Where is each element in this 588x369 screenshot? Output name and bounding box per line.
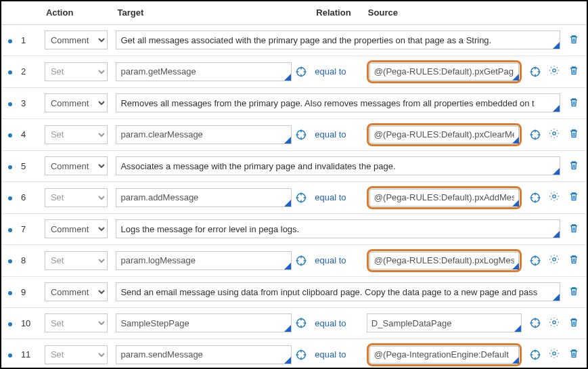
crosshair-icon[interactable]	[530, 129, 541, 140]
table-row: 1Comment	[1, 24, 587, 56]
relation-link[interactable]: equal to	[315, 192, 346, 202]
relation-link[interactable]: equal to	[315, 129, 346, 139]
crosshair-icon[interactable]	[296, 255, 307, 266]
target-input[interactable]	[116, 125, 292, 144]
comment-input[interactable]	[116, 30, 560, 49]
source-input[interactable]	[369, 126, 519, 144]
row-bullet	[8, 228, 12, 232]
comment-input[interactable]	[116, 93, 560, 112]
table-row: 11Set equal to	[1, 339, 587, 369]
delete-icon[interactable]	[568, 317, 579, 328]
source-input[interactable]	[369, 252, 519, 269]
crosshair-icon[interactable]	[530, 255, 541, 266]
row-number: 11	[21, 349, 30, 360]
row-bullet	[8, 259, 12, 263]
relation-link[interactable]: equal to	[315, 349, 346, 360]
table-row: 7Comment	[1, 213, 587, 244]
crosshair-icon[interactable]	[296, 129, 307, 140]
row-number: 9	[21, 287, 26, 297]
row-number: 3	[21, 98, 26, 108]
target-input[interactable]	[116, 251, 292, 270]
delete-icon[interactable]	[568, 34, 579, 45]
gear-icon[interactable]	[549, 254, 560, 265]
action-select[interactable]: Set	[45, 345, 108, 364]
comment-input[interactable]	[116, 282, 560, 301]
gear-icon[interactable]	[549, 128, 560, 139]
action-select[interactable]: Set	[45, 188, 108, 207]
gear-icon[interactable]	[549, 317, 560, 328]
action-select[interactable]: Set	[45, 251, 108, 270]
comment-input[interactable]	[116, 219, 560, 238]
row-number: 4	[21, 129, 26, 139]
row-bullet	[8, 70, 12, 74]
gear-icon[interactable]	[549, 191, 560, 202]
crosshair-icon[interactable]	[530, 349, 541, 360]
action-select[interactable]: Comment	[45, 156, 108, 175]
crosshair-icon[interactable]	[296, 66, 307, 77]
gear-icon[interactable]	[549, 65, 560, 76]
delete-icon[interactable]	[568, 286, 579, 297]
target-input[interactable]	[116, 313, 292, 332]
delete-icon[interactable]	[568, 223, 579, 234]
delete-icon[interactable]	[568, 65, 579, 76]
header-relation: Relation	[311, 1, 363, 24]
target-input[interactable]	[116, 345, 292, 364]
action-select[interactable]: Set	[45, 313, 108, 332]
action-select[interactable]: Set	[45, 62, 108, 81]
row-bullet	[8, 133, 12, 137]
table-row: 10Set equal to	[1, 307, 587, 339]
action-select[interactable]: Comment	[45, 219, 108, 238]
table-row: 8Set equal to	[1, 244, 587, 276]
delete-icon[interactable]	[568, 254, 579, 265]
row-bullet	[8, 165, 12, 169]
row-number: 7	[21, 224, 26, 234]
source-input[interactable]	[367, 313, 522, 332]
relation-link[interactable]: equal to	[315, 66, 346, 77]
row-bullet	[8, 353, 12, 357]
source-input[interactable]	[369, 63, 519, 81]
delete-icon[interactable]	[568, 97, 579, 108]
row-bullet	[8, 196, 12, 200]
delete-icon[interactable]	[568, 348, 579, 359]
table-row: 3Comment	[1, 87, 587, 118]
crosshair-icon[interactable]	[530, 318, 541, 328]
crosshair-icon[interactable]	[296, 192, 307, 203]
action-select[interactable]: Set	[45, 125, 108, 144]
action-select[interactable]: Comment	[45, 93, 108, 112]
target-input[interactable]	[116, 62, 292, 81]
row-bullet	[8, 39, 12, 43]
delete-icon[interactable]	[568, 128, 579, 139]
table-row: 6Set equal to	[1, 181, 587, 213]
crosshair-icon[interactable]	[296, 318, 307, 328]
table-row: 5Comment	[1, 150, 587, 181]
row-number: 1	[21, 35, 26, 45]
table-row: 4Set equal to	[1, 118, 587, 150]
source-input[interactable]	[369, 189, 519, 207]
gear-icon[interactable]	[549, 348, 560, 359]
target-input[interactable]	[116, 188, 292, 207]
crosshair-icon[interactable]	[530, 192, 541, 203]
row-number: 2	[21, 66, 26, 77]
action-select[interactable]: Comment	[45, 282, 108, 301]
row-number: 10	[21, 318, 30, 328]
row-bullet	[8, 102, 12, 106]
comment-input[interactable]	[116, 156, 560, 175]
crosshair-icon[interactable]	[296, 349, 307, 360]
delete-icon[interactable]	[568, 191, 579, 202]
relation-link[interactable]: equal to	[315, 255, 346, 265]
row-number: 5	[21, 161, 26, 171]
action-select[interactable]: Comment	[45, 30, 108, 49]
table-row: 9Comment	[1, 276, 587, 307]
header-source: Source	[363, 1, 564, 24]
table-row: 2Set equal to	[1, 56, 587, 87]
source-input[interactable]	[369, 346, 519, 364]
row-number: 8	[21, 255, 26, 265]
header-target: Target	[112, 1, 311, 24]
delete-icon[interactable]	[568, 160, 579, 171]
row-number: 6	[21, 192, 26, 202]
row-bullet	[8, 291, 12, 295]
header-action: Action	[41, 1, 112, 24]
row-bullet	[8, 322, 12, 326]
relation-link[interactable]: equal to	[315, 318, 346, 328]
crosshair-icon[interactable]	[530, 66, 541, 77]
